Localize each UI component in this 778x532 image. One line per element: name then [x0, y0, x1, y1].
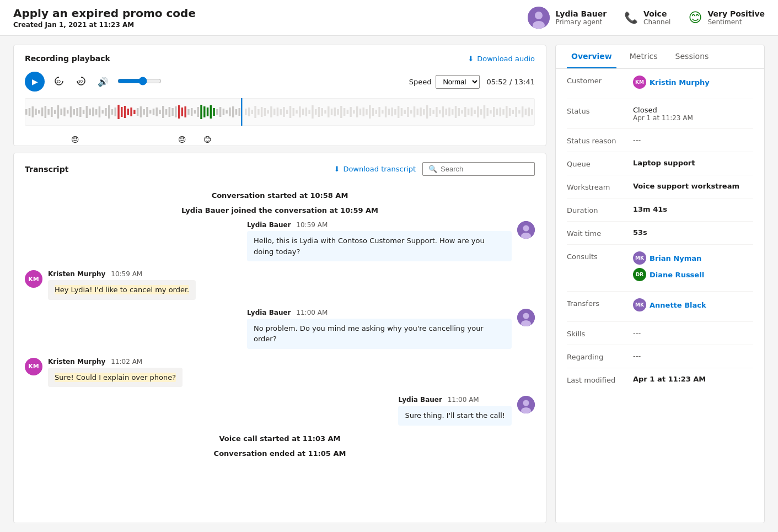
- transfers-value: MK Annette Black: [633, 298, 753, 315]
- transcript-search-input[interactable]: [441, 165, 529, 173]
- regarding-value: ---: [633, 352, 753, 360]
- agent-msg-2: Lydia Bauer 11:00 AM No problem. Do you …: [25, 309, 535, 349]
- svg-rect-105: [344, 108, 345, 116]
- emotion-marker-3: 😊: [203, 135, 212, 144]
- transfer-1-avatar: MK: [633, 298, 646, 311]
- svg-rect-69: [229, 108, 230, 116]
- volume-slider[interactable]: [117, 77, 162, 87]
- svg-rect-128: [417, 109, 418, 115]
- transfer-1-name: Annette Black: [650, 301, 706, 309]
- agent-details: Lydia Bauer Primary agent: [555, 9, 607, 26]
- svg-rect-44: [149, 110, 151, 114]
- detail-queue: Queue Laptop support: [567, 152, 753, 175]
- svg-rect-31: [108, 105, 110, 119]
- waveform[interactable]: 😞 😞 😊: [25, 98, 535, 126]
- search-icon: 🔍: [428, 165, 437, 173]
- volume-button[interactable]: 🔊: [95, 74, 111, 89]
- tab-sessions[interactable]: Sessions: [671, 45, 713, 68]
- svg-rect-10: [41, 108, 43, 116]
- svg-rect-135: [439, 110, 441, 114]
- svg-rect-88: [289, 106, 291, 118]
- transfer-1-link[interactable]: MK Annette Black: [633, 298, 753, 311]
- detail-regarding: Regarding ---: [567, 345, 753, 368]
- svg-rect-45: [153, 109, 154, 115]
- svg-rect-122: [398, 106, 399, 118]
- svg-rect-71: [235, 109, 237, 115]
- svg-rect-95: [312, 105, 313, 119]
- svg-rect-91: [299, 106, 301, 117]
- page-header: Apply an expired promo code Created Jan …: [0, 0, 778, 36]
- consult-2-link[interactable]: DR Diane Russell: [633, 268, 753, 281]
- svg-point-166: [523, 225, 529, 232]
- svg-rect-17: [63, 108, 65, 116]
- tab-metrics[interactable]: Metrics: [625, 45, 662, 68]
- svg-rect-53: [178, 105, 180, 119]
- svg-rect-70: [232, 106, 234, 117]
- svg-rect-25: [89, 109, 90, 115]
- wait-time-value: 53s: [633, 228, 753, 237]
- svg-rect-132: [430, 108, 431, 116]
- queue-value: Laptop support: [633, 159, 753, 167]
- consult-1-link[interactable]: MK Brian Nyman: [633, 251, 753, 265]
- svg-rect-9: [38, 110, 40, 114]
- agent-avatar-2: [517, 309, 535, 326]
- play-button[interactable]: ▶: [25, 72, 45, 92]
- status-reason-value: ---: [633, 136, 753, 144]
- sentiment-value: Very Positive: [707, 9, 765, 18]
- svg-rect-18: [67, 110, 68, 114]
- svg-rect-98: [321, 108, 323, 116]
- consult-1-name: Brian Nyman: [650, 254, 701, 262]
- svg-rect-38: [130, 108, 132, 116]
- sentiment-info: 😊 Very Positive Sentiment: [688, 9, 765, 26]
- channel-info: 📞 Voice Channel: [624, 9, 670, 26]
- svg-rect-113: [369, 105, 371, 119]
- tab-overview[interactable]: Overview: [567, 45, 616, 68]
- svg-rect-76: [251, 110, 253, 114]
- customer-link[interactable]: KM Kristin Murphy: [633, 76, 753, 89]
- svg-rect-37: [127, 109, 129, 115]
- transfers-label: Transfers: [567, 298, 633, 308]
- svg-rect-156: [506, 106, 507, 118]
- duration-label: Duration: [567, 205, 633, 214]
- svg-rect-60: [200, 105, 202, 119]
- svg-rect-29: [101, 110, 103, 114]
- time-display: 05:52 / 13:41: [486, 78, 535, 86]
- svg-rect-138: [448, 108, 450, 116]
- svg-rect-106: [347, 110, 348, 114]
- agent-msg-content-3: Lydia Bauer 11:00 AM Sure thing. I'll st…: [398, 396, 512, 426]
- speed-select[interactable]: 0.5x 0.75x Normal 1.25x 1.5x 2x: [436, 75, 480, 89]
- transcript-search-box[interactable]: 🔍: [422, 162, 535, 176]
- forward-30-button[interactable]: 30: [73, 74, 89, 89]
- customer-person-avatar: KM: [633, 76, 646, 89]
- svg-rect-124: [404, 110, 405, 114]
- customer-msg-meta-1: Kristen Murphy 10:59 AM: [48, 270, 196, 278]
- agent-msg-3: Lydia Bauer 11:00 AM Sure thing. I'll st…: [25, 396, 535, 426]
- detail-consults: Consults MK Brian Nyman DR Diane Russell: [567, 245, 753, 292]
- download-transcript-button[interactable]: ⬇ Download transcript: [334, 165, 416, 173]
- svg-rect-5: [25, 109, 27, 115]
- customer-msg-bubble-1: Hey Lydia! I'd like to cancel my order.: [48, 280, 196, 300]
- svg-rect-26: [92, 108, 94, 116]
- details-tabs: Overview Metrics Sessions: [556, 45, 764, 69]
- svg-point-1: [535, 12, 543, 19]
- main-content: Recording playback ⬇ Download audio ▶: [0, 36, 778, 532]
- customer-name: Kristin Murphy: [650, 78, 710, 87]
- svg-rect-14: [54, 110, 56, 114]
- download-audio-button[interactable]: ⬇ Download audio: [468, 55, 535, 63]
- transcript-actions: ⬇ Download transcript 🔍: [334, 162, 535, 176]
- svg-rect-57: [191, 108, 192, 116]
- svg-rect-160: [518, 110, 520, 114]
- detail-status-reason: Status reason ---: [567, 129, 753, 152]
- rewind-15-button[interactable]: 15: [51, 74, 67, 89]
- svg-point-169: [523, 313, 529, 319]
- svg-rect-48: [162, 106, 164, 118]
- svg-rect-24: [86, 106, 88, 118]
- svg-rect-13: [51, 107, 52, 117]
- channel-name: Voice: [643, 9, 670, 18]
- svg-rect-68: [226, 110, 227, 114]
- svg-rect-94: [308, 110, 310, 114]
- system-msg-4: Conversation ended at 11:05 AM: [25, 449, 535, 458]
- wait-time-label: Wait time: [567, 228, 633, 238]
- agent-msg-bubble-3: Sure thing. I'll start the call!: [398, 406, 512, 426]
- emotion-marker-1: 😞: [71, 135, 79, 144]
